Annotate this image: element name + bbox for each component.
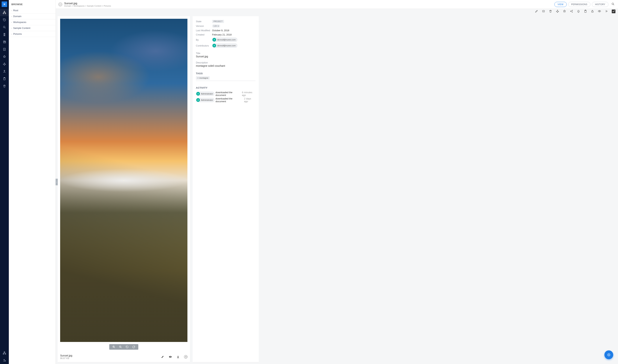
- file-size: 96.67 KB: [60, 357, 72, 360]
- svg-point-6: [4, 63, 5, 64]
- export-icon[interactable]: [605, 10, 608, 13]
- created-value: February 21, 2018: [212, 33, 232, 36]
- svg-rect-13: [4, 352, 5, 353]
- chevron-left-icon: ‹: [11, 21, 12, 23]
- info-card: StatePROJECT Version1.0+ ▾ Last Modified…: [193, 16, 259, 362]
- personal-icon[interactable]: [0, 68, 9, 75]
- version-selector[interactable]: 1.0+ ▾: [212, 25, 220, 27]
- sidebar-collapse-handle[interactable]: ‹: [55, 179, 58, 185]
- assets-icon[interactable]: [0, 38, 9, 46]
- nav-rail: [0, 0, 9, 364]
- search-nav-icon[interactable]: [0, 24, 9, 31]
- tree-item-label: Workspaces: [13, 21, 26, 24]
- image-controls: [109, 344, 138, 350]
- contributor-chip[interactable]: Adevnull@nuxeo.com: [212, 43, 237, 48]
- file-remove-icon[interactable]: ✕: [184, 355, 187, 359]
- favorites-icon[interactable]: [0, 53, 9, 60]
- share-icon[interactable]: [570, 10, 573, 13]
- activity-user-chip[interactable]: AAdministrator: [196, 98, 214, 102]
- tree-item-sample-content[interactable]: ‹Sample Content: [9, 25, 55, 31]
- tab-view[interactable]: VIEW: [554, 2, 566, 7]
- tag-input-underline[interactable]: [196, 81, 255, 81]
- expired-icon[interactable]: [0, 31, 9, 38]
- svg-point-25: [572, 10, 573, 11]
- create-button[interactable]: [605, 351, 613, 359]
- svg-point-19: [612, 3, 614, 5]
- preview-icon[interactable]: [598, 10, 601, 13]
- tasks-icon[interactable]: [0, 46, 9, 53]
- search-icon[interactable]: [611, 2, 615, 6]
- svg-point-26: [572, 12, 573, 12]
- browse-icon[interactable]: [0, 9, 9, 16]
- tags-header: TAGS: [196, 72, 255, 75]
- tag-remove-icon[interactable]: ×: [197, 77, 198, 79]
- tree-item-workspaces[interactable]: ‹Workspaces: [9, 19, 55, 25]
- title-label: Title: [196, 52, 255, 55]
- clipboard-icon[interactable]: [0, 75, 9, 82]
- edit-icon[interactable]: [535, 10, 538, 13]
- tab-history[interactable]: HISTORY: [592, 2, 608, 7]
- tree-item-label: Pictures: [13, 33, 22, 35]
- file-preview-icon[interactable]: [169, 355, 172, 359]
- contributors-label: Contributors: [196, 44, 212, 47]
- app-logo[interactable]: [2, 1, 7, 7]
- admin-icon[interactable]: [0, 349, 9, 357]
- compare-icon[interactable]: [542, 10, 545, 13]
- topbar: Sunset.jpg Domain > Workspaces > Sample …: [56, 0, 618, 9]
- avatar: A: [196, 92, 200, 96]
- recent-icon[interactable]: [0, 16, 9, 24]
- svg-rect-0: [4, 11, 5, 12]
- collections-icon[interactable]: [0, 60, 9, 68]
- trash-icon[interactable]: [0, 82, 9, 90]
- avatar: A: [212, 38, 216, 41]
- svg-point-30: [599, 11, 600, 12]
- tree-item-pictures[interactable]: ‹Pictures: [9, 31, 55, 37]
- select-icon[interactable]: [612, 10, 616, 13]
- svg-point-23: [557, 12, 558, 13]
- browse-sidebar: BROWSE ‹Root ‹Domain ‹Workspaces ‹Sample…: [9, 0, 56, 364]
- modified-value: October 9, 2018: [212, 29, 229, 32]
- file-download-icon[interactable]: [176, 355, 180, 359]
- image-preview[interactable]: [60, 19, 187, 342]
- rotate-right-icon[interactable]: [132, 345, 135, 349]
- favorite-icon[interactable]: [563, 10, 566, 13]
- tree-item-domain[interactable]: ‹Domain: [9, 13, 55, 19]
- lock-icon[interactable]: [591, 10, 594, 13]
- user-settings-icon[interactable]: [0, 357, 9, 364]
- description-label: Description: [196, 61, 255, 64]
- document-toolbar: [56, 9, 618, 14]
- chevron-left-icon: ‹: [11, 15, 12, 17]
- zoom-out-icon[interactable]: [119, 345, 122, 349]
- delete-icon[interactable]: [549, 10, 552, 13]
- svg-point-3: [3, 26, 5, 28]
- breadcrumb[interactable]: Domain > Workspaces > Sample Content > P…: [64, 5, 111, 7]
- document-type-icon: [58, 2, 62, 6]
- state-label: State: [196, 20, 212, 23]
- tab-permissions[interactable]: PERMISSIONS: [568, 2, 591, 7]
- activity-row: AAdministrator downloaded the document 6…: [196, 91, 255, 97]
- file-edit-icon[interactable]: [161, 355, 164, 359]
- file-name: Sunset.jpg: [60, 354, 72, 357]
- svg-rect-15: [5, 353, 6, 354]
- tag-chip[interactable]: ×montagne: [196, 76, 210, 80]
- svg-point-16: [4, 359, 5, 360]
- created-label: Created: [196, 33, 212, 36]
- document-title: Sunset.jpg: [64, 2, 111, 5]
- tree-item-label: Sample Content: [13, 27, 30, 29]
- svg-point-9: [4, 65, 5, 65]
- chevron-left-icon: ‹: [11, 27, 12, 29]
- clipboard-action-icon[interactable]: [584, 10, 587, 13]
- svg-point-10: [4, 70, 5, 71]
- tree-item-root[interactable]: ‹Root: [9, 8, 55, 13]
- activity-when: 2 days ago: [244, 97, 255, 103]
- rotate-left-icon[interactable]: [125, 345, 129, 349]
- chevron-left-icon: ‹: [11, 9, 12, 12]
- activity-user-chip[interactable]: AAdministrator: [196, 91, 214, 96]
- svg-point-20: [557, 10, 558, 11]
- alert-icon[interactable]: [577, 10, 580, 13]
- add-to-collection-icon[interactable]: [556, 10, 559, 13]
- by-label: By: [196, 39, 212, 41]
- zoom-in-icon[interactable]: [112, 345, 116, 349]
- svg-rect-2: [5, 13, 6, 14]
- author-chip[interactable]: Adevnull@nuxeo.com: [212, 38, 237, 42]
